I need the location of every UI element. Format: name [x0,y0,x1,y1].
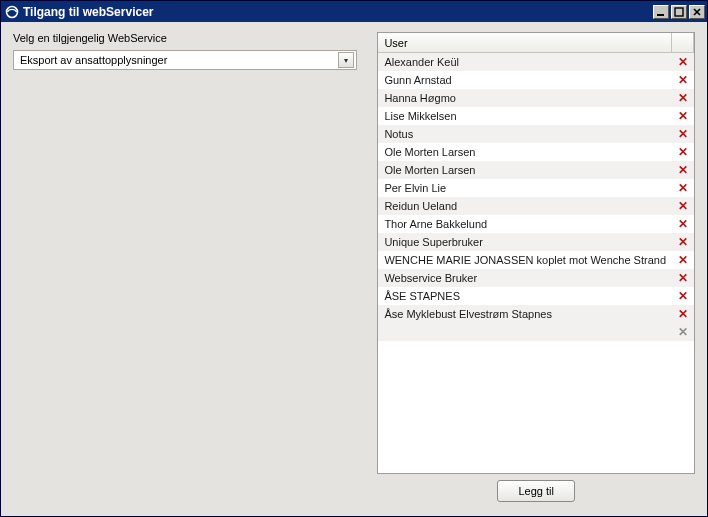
window-controls [653,5,705,19]
table-row[interactable]: Webservice Bruker✕ [378,269,694,287]
delete-icon[interactable]: ✕ [672,181,694,195]
user-name-cell: Notus [378,128,672,140]
table-row[interactable]: WENCHE MARIE JONASSEN koplet mot Wenche … [378,251,694,269]
content-area: Velg en tilgjengelig WebService Eksport … [1,22,707,516]
delete-icon-disabled: ✕ [672,325,694,339]
delete-icon[interactable]: ✕ [672,73,694,87]
minimize-button[interactable] [653,5,669,19]
footer: Legg til [377,474,695,508]
user-name-cell: Reidun Ueland [378,200,672,212]
user-name-cell: Åse Myklebust Elvestrøm Stapnes [378,308,672,320]
column-header-user[interactable]: User [378,33,672,52]
user-name-cell: Thor Arne Bakkelund [378,218,672,230]
delete-icon[interactable]: ✕ [672,199,694,213]
table-row[interactable]: Ole Morten Larsen✕ [378,161,694,179]
table-row[interactable]: Thor Arne Bakkelund✕ [378,215,694,233]
grid-header: User [378,33,694,53]
user-name-cell: WENCHE MARIE JONASSEN koplet mot Wenche … [378,254,672,266]
dropdown-value: Eksport av ansattopplysninger [20,54,338,66]
delete-icon[interactable]: ✕ [672,271,694,285]
window-title: Tilgang til webServicer [23,5,653,19]
delete-icon[interactable]: ✕ [672,163,694,177]
grid-body: Alexander Keül✕Gunn Arnstad✕Hanna Høgmo✕… [378,53,694,473]
table-row[interactable]: ÅSE STAPNES✕ [378,287,694,305]
delete-icon[interactable]: ✕ [672,289,694,303]
add-button[interactable]: Legg til [497,480,575,502]
user-name-cell: ÅSE STAPNES [378,290,672,302]
delete-icon[interactable]: ✕ [672,55,694,69]
table-row[interactable]: Åse Myklebust Elvestrøm Stapnes✕ [378,305,694,323]
table-row[interactable]: Alexander Keül✕ [378,53,694,71]
table-row[interactable]: Lise Mikkelsen✕ [378,107,694,125]
table-row[interactable]: Hanna Høgmo✕ [378,89,694,107]
user-grid: User Alexander Keül✕Gunn Arnstad✕Hanna H… [377,32,695,474]
user-name-cell: Alexander Keül [378,56,672,68]
user-name-cell: Ole Morten Larsen [378,164,672,176]
delete-icon[interactable]: ✕ [672,91,694,105]
delete-icon[interactable]: ✕ [672,109,694,123]
close-button[interactable] [689,5,705,19]
user-name-cell: Per Elvin Lie [378,182,672,194]
table-row[interactable]: Notus✕ [378,125,694,143]
delete-icon[interactable]: ✕ [672,253,694,267]
table-row[interactable]: Per Elvin Lie✕ [378,179,694,197]
maximize-button[interactable] [671,5,687,19]
svg-rect-2 [675,8,683,16]
table-row[interactable]: Gunn Arnstad✕ [378,71,694,89]
delete-icon[interactable]: ✕ [672,235,694,249]
user-name-cell: Lise Mikkelsen [378,110,672,122]
empty-row: ✕ [378,323,694,341]
left-panel: Velg en tilgjengelig WebService Eksport … [13,32,357,508]
user-name-cell: Webservice Bruker [378,272,672,284]
table-row[interactable]: Unique Superbruker✕ [378,233,694,251]
svg-rect-1 [657,14,664,16]
delete-icon[interactable]: ✕ [672,217,694,231]
user-name-cell: Ole Morten Larsen [378,146,672,158]
table-row[interactable]: Reidun Ueland✕ [378,197,694,215]
delete-icon[interactable]: ✕ [672,307,694,321]
column-header-action [672,33,694,52]
delete-icon[interactable]: ✕ [672,145,694,159]
title-bar: Tilgang til webServicer [1,1,707,22]
chevron-down-icon: ▾ [338,52,354,68]
user-name-cell: Unique Superbruker [378,236,672,248]
user-name-cell: Hanna Høgmo [378,92,672,104]
table-row[interactable]: Ole Morten Larsen✕ [378,143,694,161]
dialog-window: Tilgang til webServicer Velg en tilgjeng… [0,0,708,517]
right-panel: User Alexander Keül✕Gunn Arnstad✕Hanna H… [377,32,695,508]
user-name-cell: Gunn Arnstad [378,74,672,86]
webservice-dropdown[interactable]: Eksport av ansattopplysninger ▾ [13,50,357,70]
webservice-label: Velg en tilgjengelig WebService [13,32,357,44]
delete-icon[interactable]: ✕ [672,127,694,141]
app-icon [5,5,19,19]
